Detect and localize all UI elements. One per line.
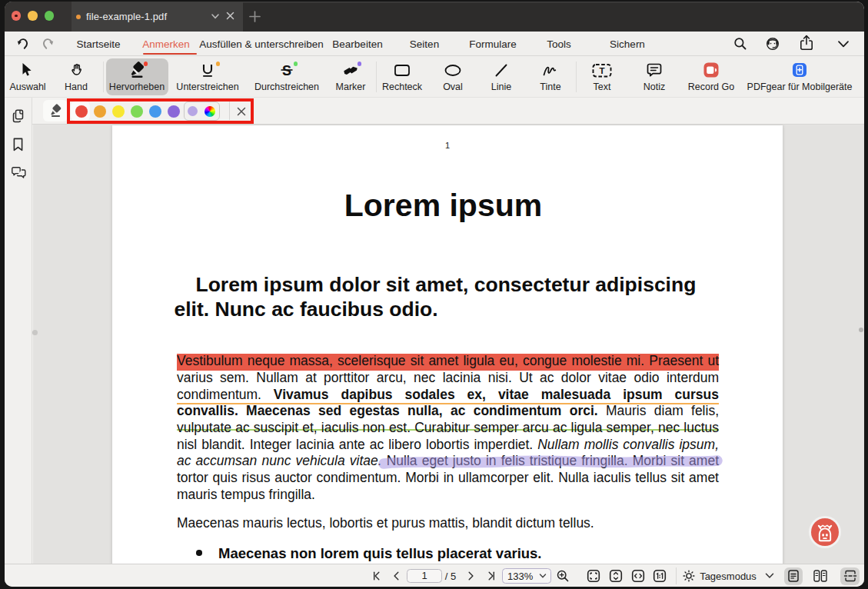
svg-text:T: T bbox=[599, 66, 604, 75]
svg-text:S: S bbox=[282, 63, 291, 78]
